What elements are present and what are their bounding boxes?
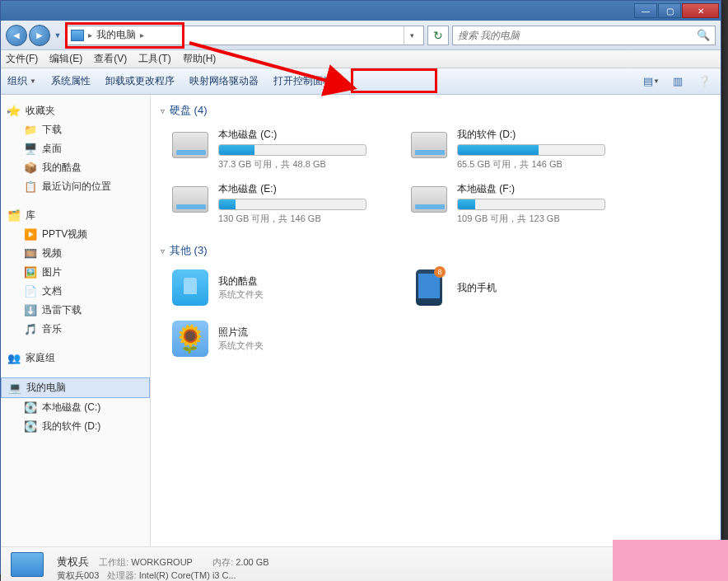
folder-special-icon: 🌻 — [170, 319, 210, 358]
video-icon: ▶️ — [24, 228, 37, 241]
homegroup-icon: 👥 — [7, 352, 21, 365]
detail-cpu-label: 处理器: — [107, 570, 137, 580]
sidebar-item-documents[interactable]: 📄文档 — [1, 282, 150, 301]
menu-edit[interactable]: 编辑(E) — [49, 52, 82, 66]
watermark-block — [613, 540, 728, 581]
refresh-button[interactable]: ↻ — [427, 26, 449, 45]
nav-forward-button[interactable]: ► — [29, 25, 50, 46]
other-subtitle: 系统文件夹 — [218, 288, 264, 301]
recent-icon: 📋 — [24, 180, 37, 194]
drive-usage-bar — [457, 199, 605, 210]
hdd-icon — [409, 182, 449, 217]
chevron-down-icon: ▼ — [30, 77, 36, 85]
drive-name: 本地磁盘 (E:) — [218, 182, 386, 196]
view-options-button[interactable]: ▤▼ — [642, 73, 661, 91]
maximize-button[interactable]: ▢ — [658, 3, 681, 18]
section-header-drives[interactable]: ▿ 硬盘 (4) — [161, 103, 711, 118]
nav-back-button[interactable]: ◄ — [6, 25, 27, 46]
drive-stats: 37.3 GB 可用，共 48.8 GB — [218, 158, 386, 171]
computer-large-icon — [11, 552, 47, 582]
caret-down-icon: ▿ — [161, 246, 165, 255]
sidebar-homegroup[interactable]: 👥 家庭组 — [1, 349, 150, 368]
drive-usage-bar — [457, 144, 605, 156]
detail-user: 黄权兵003 — [57, 570, 99, 580]
sidebar-item-recent[interactable]: 📋最近访问的位置 — [1, 177, 150, 196]
sidebar-libraries[interactable]: 🗂️ 库 — [1, 206, 150, 225]
sidebar-favorites[interactable]: ▸ ⭐ 收藏夹 — [1, 101, 150, 120]
drive-stats: 65.5 GB 可用，共 146 GB — [457, 158, 625, 171]
other-name: 我的酷盘 — [218, 274, 264, 288]
drive-icon: 💽 — [24, 401, 37, 415]
sidebar-label: 库 — [26, 209, 35, 223]
sidebar-item-desktop[interactable]: 🖥️桌面 — [1, 139, 150, 158]
main-content: ▿ 硬盘 (4) 本地磁盘 (C:) 37.3 GB 可用，共 48.8 GB … — [151, 95, 721, 546]
toolbar-organize[interactable]: 组织 ▼ — [7, 74, 36, 88]
close-button[interactable]: ✕ — [682, 3, 719, 18]
sidebar-computer[interactable]: 💻 我的电脑 — [1, 377, 150, 398]
sidebar-label: 我的电脑 — [26, 381, 66, 395]
folder-special-icon — [409, 268, 449, 307]
toolbar: 组织 ▼ 系统属性 卸载或更改程序 映射网络驱动器 打开控制面板 ▤▼ ▥ ❔ — [1, 68, 721, 95]
sidebar-item-videos[interactable]: 🎞️视频 — [1, 244, 150, 263]
caret-down-icon: ▿ — [161, 106, 165, 115]
chevron-right-icon[interactable]: ▸ — [138, 30, 146, 40]
sidebar-item-xunlei[interactable]: ⬇️迅雷下载 — [1, 301, 150, 320]
addressbar: ◄ ► ▼ ▸ 我的电脑 ▸ ▾ ↻ 🔍 — [1, 21, 721, 50]
toolbar-mapdrive[interactable]: 映射网络驱动器 — [189, 74, 259, 88]
detail-workgroup-label: 工作组: — [99, 557, 128, 567]
sidebar-item-kupan[interactable]: 📦我的酷盘 — [1, 158, 150, 177]
toolbar-controlpanel[interactable]: 打开控制面板 — [273, 74, 333, 88]
other-item[interactable]: 我的酷盘 系统文件夹 — [167, 265, 390, 311]
library-icon: 🗂️ — [7, 209, 21, 223]
menu-tools[interactable]: 工具(T) — [138, 52, 170, 66]
sidebar: ▸ ⭐ 收藏夹 📁下载 🖥️桌面 📦我的酷盘 📋最近访问的位置 🗂️ 库 ▶️P… — [1, 95, 151, 546]
search-box[interactable]: 🔍 — [452, 26, 716, 45]
chevron-right-icon: ▸ — [86, 30, 94, 40]
detail-memory-label: 内存: — [212, 557, 233, 567]
other-item[interactable]: 🌻 照片流 系统文件夹 — [167, 316, 390, 362]
hdd-icon — [170, 182, 210, 217]
drive-usage-bar — [218, 199, 366, 210]
drive-usage-bar — [218, 144, 366, 156]
download-icon: ⬇️ — [24, 304, 37, 317]
detail-workgroup: WORKGROUP — [131, 557, 192, 567]
nav-history-dropdown[interactable]: ▼ — [52, 25, 63, 46]
menu-view[interactable]: 查看(V) — [94, 52, 127, 66]
drive-item[interactable]: 本地磁盘 (E:) 130 GB 可用，共 146 GB — [167, 179, 390, 228]
toolbar-uninstall[interactable]: 卸载或更改程序 — [105, 74, 175, 88]
drive-icon: 💽 — [24, 420, 37, 433]
hdd-icon — [409, 128, 449, 162]
drive-item[interactable]: 我的软件 (D:) 65.5 GB 可用，共 146 GB — [406, 124, 628, 174]
desktop-icon: 🖥️ — [24, 143, 37, 156]
annotation-highlight-controlpanel — [351, 68, 437, 93]
toolbar-properties[interactable]: 系统属性 — [51, 74, 91, 88]
menu-help[interactable]: 帮助(H) — [183, 52, 217, 66]
minimize-button[interactable]: — — [634, 3, 657, 18]
sidebar-item-pptv[interactable]: ▶️PPTV视频 — [1, 225, 150, 244]
hdd-icon — [170, 128, 210, 162]
preview-pane-button[interactable]: ▥ — [668, 73, 688, 91]
breadcrumb-dropdown[interactable]: ▾ — [404, 26, 420, 45]
breadcrumb[interactable]: ▸ 我的电脑 ▸ ▾ — [67, 26, 424, 45]
drive-name: 本地磁盘 (F:) — [457, 182, 625, 196]
other-item[interactable]: 我的手机 — [406, 265, 628, 311]
search-input[interactable] — [458, 30, 697, 41]
sidebar-item-pictures[interactable]: 🖼️图片 — [1, 263, 150, 282]
sidebar-item-drive-c[interactable]: 💽本地磁盘 (C:) — [1, 398, 150, 417]
sidebar-label: 家庭组 — [26, 351, 55, 365]
video-icon: 🎞️ — [24, 247, 37, 260]
sidebar-item-downloads[interactable]: 📁下载 — [1, 120, 150, 139]
sidebar-item-drive-d[interactable]: 💽我的软件 (D:) — [1, 417, 150, 436]
sidebar-item-music[interactable]: 🎵音乐 — [1, 320, 150, 339]
drive-item[interactable]: 本地磁盘 (F:) 109 GB 可用，共 123 GB — [406, 179, 628, 228]
other-name: 照片流 — [218, 326, 264, 340]
expand-arrow-icon: ▸ — [7, 107, 12, 115]
menu-file[interactable]: 文件(F) — [6, 52, 38, 66]
section-header-others[interactable]: ▿ 其他 (3) — [161, 243, 711, 258]
sidebar-label: 收藏夹 — [26, 104, 55, 118]
search-icon[interactable]: 🔍 — [697, 29, 710, 41]
help-button[interactable]: ❔ — [694, 73, 714, 91]
drive-item[interactable]: 本地磁盘 (C:) 37.3 GB 可用，共 48.8 GB — [167, 124, 390, 174]
menubar: 文件(F) 编辑(E) 查看(V) 工具(T) 帮助(H) — [1, 50, 721, 68]
breadcrumb-location[interactable]: 我的电脑 — [96, 28, 136, 42]
